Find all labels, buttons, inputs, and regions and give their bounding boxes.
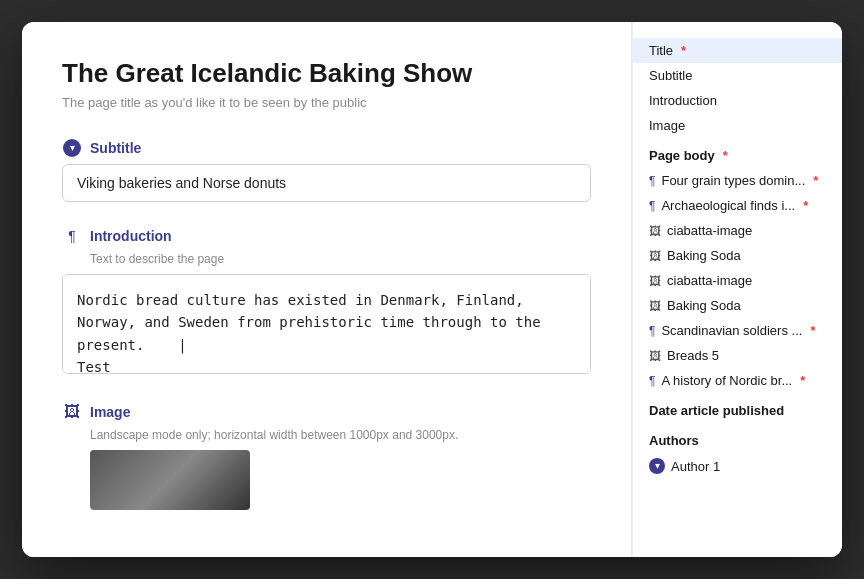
paragraph-icon-history: ¶ — [649, 374, 655, 388]
sidebar-introduction-label: Introduction — [649, 93, 717, 108]
sidebar-item-image[interactable]: Image — [633, 113, 842, 138]
sidebar-item-author-1[interactable]: ▾ Author 1 — [633, 453, 842, 479]
sidebar-item-authors[interactable]: Authors — [633, 423, 842, 453]
introduction-section: ¶ Introduction Text to describe the page… — [62, 226, 591, 378]
sidebar-breads-5-label: Breads 5 — [667, 348, 719, 363]
image-icon-breads-5: 🖼 — [649, 349, 661, 363]
sidebar-item-ciabatta-1[interactable]: 🖼 ciabatta-image — [633, 218, 842, 243]
subtitle-section: ▾ Subtitle — [62, 138, 591, 202]
sidebar-item-date-published[interactable]: Date article published — [633, 393, 842, 423]
sidebar-ciabatta-2-label: ciabatta-image — [667, 273, 752, 288]
paragraph-icon-scandinavian: ¶ — [649, 324, 655, 338]
sidebar-subtitle-label: Subtitle — [649, 68, 692, 83]
image-label: Image — [90, 404, 130, 420]
sidebar-item-archaeological[interactable]: ¶ Archaeological finds i... * — [633, 193, 842, 218]
image-hint: Landscape mode only; horizontal width be… — [90, 428, 591, 442]
image-preview — [90, 450, 250, 510]
title-required-star: * — [681, 43, 686, 58]
paragraph-icon-archaeological: ¶ — [649, 199, 655, 213]
sidebar-item-scandinavian[interactable]: ¶ Scandinavian soldiers ... * — [633, 318, 842, 343]
sidebar-baking-soda-2-label: Baking Soda — [667, 298, 741, 313]
sidebar-item-subtitle[interactable]: Subtitle — [633, 63, 842, 88]
author-1-chevron-icon: ▾ — [649, 458, 665, 474]
sidebar-scandinavian-label: Scandinavian soldiers ... — [661, 323, 802, 338]
image-icon-ciabatta-1: 🖼 — [649, 224, 661, 238]
sidebar-item-baking-soda-2[interactable]: 🖼 Baking Soda — [633, 293, 842, 318]
sidebar-ciabatta-1-label: ciabatta-image — [667, 223, 752, 238]
introduction-textarea[interactable]: Nordic bread culture has existed in Denm… — [62, 274, 591, 374]
page-body-required-star: * — [723, 148, 728, 163]
sidebar-four-grain-label: Four grain types domin... — [661, 173, 805, 188]
sidebar-item-ciabatta-2[interactable]: 🖼 ciabatta-image — [633, 268, 842, 293]
paragraph-icon-four-grain: ¶ — [649, 174, 655, 188]
sidebar-authors-label: Authors — [649, 433, 699, 448]
image-header: 🖼 Image — [62, 402, 591, 422]
sidebar-item-page-body[interactable]: Page body * — [633, 138, 842, 168]
sidebar-title-label: Title — [649, 43, 673, 58]
subtitle-header: ▾ Subtitle — [62, 138, 591, 158]
four-grain-required-star: * — [813, 173, 818, 188]
page-title: The Great Icelandic Baking Show — [62, 58, 591, 89]
app-window: The Great Icelandic Baking Show The page… — [22, 22, 842, 557]
history-required-star: * — [800, 373, 805, 388]
sidebar-archaeological-label: Archaeological finds i... — [661, 198, 795, 213]
introduction-label: Introduction — [90, 228, 172, 244]
sidebar-item-title[interactable]: Title * — [633, 38, 842, 63]
image-section: 🖼 Image Landscape mode only; horizontal … — [62, 402, 591, 510]
sidebar-baking-soda-1-label: Baking Soda — [667, 248, 741, 263]
image-icon-baking-soda-1: 🖼 — [649, 249, 661, 263]
image-icon-ciabatta-2: 🖼 — [649, 274, 661, 288]
subtitle-chevron-icon: ▾ — [62, 138, 82, 158]
main-content-area: The Great Icelandic Baking Show The page… — [22, 22, 632, 557]
sidebar-item-history[interactable]: ¶ A history of Nordic br... * — [633, 368, 842, 393]
sidebar-author-1-label: Author 1 — [671, 459, 720, 474]
sidebar-page-body-label: Page body — [649, 148, 715, 163]
sidebar-item-baking-soda-1[interactable]: 🖼 Baking Soda — [633, 243, 842, 268]
sidebar-item-introduction[interactable]: Introduction — [633, 88, 842, 113]
introduction-header: ¶ Introduction — [62, 226, 591, 246]
sidebar-item-breads-5[interactable]: 🖼 Breads 5 — [633, 343, 842, 368]
introduction-hint: Text to describe the page — [90, 252, 591, 266]
paragraph-icon: ¶ — [62, 226, 82, 246]
scandinavian-required-star: * — [810, 323, 815, 338]
subtitle-input[interactable] — [62, 164, 591, 202]
page-title-hint: The page title as you'd like it to be se… — [62, 95, 591, 110]
sidebar: Title * Subtitle Introduction Image Page… — [632, 22, 842, 557]
sidebar-image-label: Image — [649, 118, 685, 133]
image-icon-baking-soda-2: 🖼 — [649, 299, 661, 313]
archaeological-required-star: * — [803, 198, 808, 213]
sidebar-history-label: A history of Nordic br... — [661, 373, 792, 388]
image-icon: 🖼 — [62, 402, 82, 422]
sidebar-date-published-label: Date article published — [649, 403, 784, 418]
subtitle-label: Subtitle — [90, 140, 141, 156]
sidebar-item-four-grain[interactable]: ¶ Four grain types domin... * — [633, 168, 842, 193]
